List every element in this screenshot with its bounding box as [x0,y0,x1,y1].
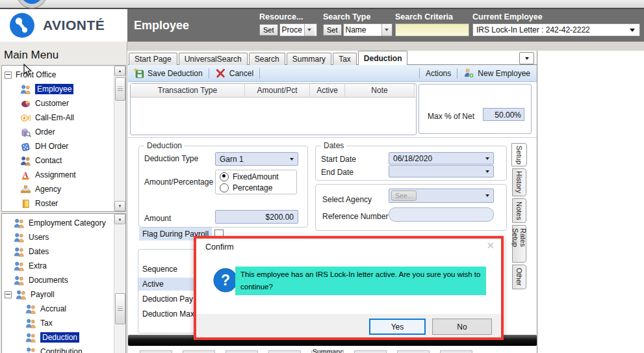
resource-set-button[interactable]: Set [259,24,278,36]
sidebar-item-tax[interactable]: Tax [2,316,125,330]
tab-start-page[interactable]: Start Page [129,53,177,65]
window-titlebar [0,0,644,9]
sidebar-item-dates[interactable]: Dates [2,244,125,259]
scrollbar-thumb[interactable] [115,293,125,324]
dropdown-arrow-icon [485,170,489,173]
column-header-amount-pct[interactable]: Amount/Pct [245,84,310,97]
side-tab-setup[interactable]: Setup [511,143,527,166]
sidebar-item-label: Agency [35,185,61,194]
avionte-logo-icon [9,12,35,38]
scrollbar-thumb[interactable] [115,77,125,101]
sidebar-item-employee[interactable]: Employee [2,82,125,96]
start-date-value: 06/18/2020 [389,154,485,163]
deduction-type-combo[interactable]: Garn 1 [215,152,298,166]
sidebar-item-roster[interactable]: Roster [2,196,125,211]
roster-icon [20,198,31,209]
scroll-up-icon[interactable]: ▲ [114,214,125,224]
start-date-combo[interactable]: 06/18/2020 [389,152,494,164]
sidebar-item-employment-category[interactable]: Employment Category [2,216,125,230]
radio-selected-icon[interactable] [220,172,229,181]
sidebar-item-extra[interactable]: Extra [2,259,125,273]
end-date-combo[interactable] [389,165,494,177]
tab-search[interactable]: Search [249,53,285,65]
close-icon[interactable]: ✕ [486,240,495,252]
sidebar-item-front-office[interactable]: Front Office [2,68,125,82]
scroll-up-icon[interactable]: ▲ [114,66,125,76]
column-header-transaction-type[interactable]: Transaction Type [131,84,245,97]
sidebar-item-customer[interactable]: Customer [2,96,125,111]
side-tab-other[interactable]: Other [512,265,526,289]
percentage-label: Percentage [233,183,272,192]
dates-group-title: Dates [321,141,346,150]
scroll-down-icon[interactable]: ▼ [114,201,125,211]
sidebar-item-users[interactable]: Users [2,230,125,244]
call-em-all-icon [20,112,31,124]
people-icon [25,332,36,343]
chevron-down-icon[interactable] [304,24,315,36]
percentage-radio[interactable]: Percentage [220,183,292,192]
tab-overflow-button[interactable] [519,52,534,64]
sidebar-item-contact[interactable]: Contact [2,153,125,168]
sidebar-item-label: Documents [29,276,68,285]
tab-tax[interactable]: Tax [333,53,357,65]
sidebar-item-contribution[interactable]: Contribution [2,345,125,353]
yes-button[interactable]: Yes [369,319,426,335]
brand-name: AVIONTÉ [43,18,105,33]
tree-collapse-minus-icon[interactable] [5,291,12,298]
deduction-type-label: Deduction Type [144,154,198,163]
amount-field[interactable]: $200.00 [215,210,298,224]
sidebar-item-call-em-all[interactable]: Call-Em-All [2,111,125,125]
chevron-down-icon[interactable] [381,24,392,36]
sidebar-item-dh-order[interactable]: DH Order [2,139,125,153]
new-employee-button[interactable]: New Employee [461,68,533,79]
sidebar-item-documents[interactable]: Documents [2,273,125,287]
search-type-combo[interactable]: Name [343,23,393,36]
search-criteria-input[interactable] [395,23,469,36]
sidebar-item-agency[interactable]: Agency [2,182,125,196]
tab-deduction[interactable]: Deduction [358,51,408,65]
dialog-message: This employee has an IRS Lock-In letter … [235,267,486,295]
reference-number-field[interactable] [389,207,494,222]
tab-summary[interactable]: Summary [287,53,331,65]
no-button[interactable]: No [432,319,492,335]
resource-group: Resource... Set Proce [259,12,317,36]
brand-block: AVIONTÉ [0,9,127,42]
header-bar: AVIONTÉ Employee Resource... Set Proce S… [0,9,644,42]
fixed-amount-radio[interactable]: FixedAmount [220,172,292,181]
dialog-title: Confirm [205,242,234,252]
sidebar-item-deduction[interactable]: Deduction [2,330,125,345]
column-header-note[interactable]: Note [345,84,415,97]
radio-unselected-icon[interactable] [220,183,229,192]
sidebar-item-label: Extra [29,261,47,270]
sidebar-item-label: Call-Em-All [35,113,74,122]
see-agency-button[interactable]: See... [391,190,417,201]
max-net-field[interactable]: 50.00% [483,108,524,121]
resource-combo[interactable]: Proce [279,23,317,36]
scrollbar[interactable]: ▲ [114,214,125,353]
sidebar-item-accrual[interactable]: Accrual [2,302,125,316]
save-deduction-button[interactable]: Save Deduction [131,68,205,79]
current-employee-combo[interactable]: IRS Lock-In Letter : 242-42-2222 [472,23,640,36]
search-type-set-button[interactable]: Set [323,24,342,36]
app-orb-icon[interactable] [17,0,47,8]
cancel-button[interactable]: Cancel [213,68,256,79]
tab-universalsearch[interactable]: UniversalSearch [179,53,248,65]
people-icon [25,304,36,315]
save-deduction-label: Save Deduction [148,69,203,78]
sidebar-item-payroll[interactable]: Payroll [2,287,125,302]
dropdown-arrow-icon [485,194,489,197]
side-tab-rates-setup[interactable]: Rates Setup [512,225,526,263]
deduction-grid[interactable]: Transaction TypeAmount/PctActiveNote [130,83,417,135]
people-icon [14,275,25,286]
side-tab-notes[interactable]: Notes [512,198,526,223]
sidebar-item-order[interactable]: Order [2,125,125,139]
content-divider [128,137,537,138]
toolbar-separator [419,68,420,79]
select-agency-combo[interactable]: See... [389,189,494,203]
actions-button[interactable]: Actions [423,69,454,78]
tree-collapse-minus-icon[interactable] [5,72,12,79]
scrollbar[interactable]: ▲ ▼ [114,66,125,211]
column-header-active[interactable]: Active [310,84,345,97]
sidebar-item-assignment[interactable]: AAssignment [2,168,125,182]
side-tab-history[interactable]: History [512,168,526,196]
